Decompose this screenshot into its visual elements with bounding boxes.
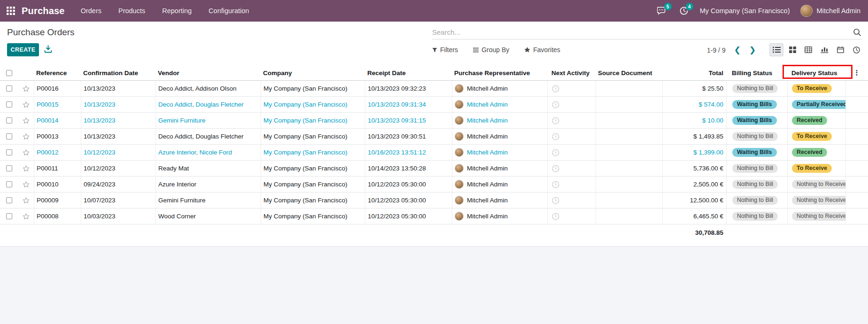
cell-vendor: Ready Mat: [155, 161, 261, 176]
menu-orders[interactable]: Orders: [81, 7, 101, 15]
cell-vendor: Gemini Furniture: [155, 193, 261, 208]
cell-company: My Company (San Francisco): [261, 97, 365, 112]
table-row[interactable]: P00008 10/03/2023 Wood Corner My Company…: [0, 208, 868, 224]
row-checkbox[interactable]: [6, 133, 12, 139]
next-activity-clock-icon[interactable]: [552, 133, 559, 140]
favorite-star-icon[interactable]: [23, 101, 30, 108]
table-row[interactable]: P00012 10/12/2023 Azure Interior, Nicole…: [0, 145, 868, 161]
favorite-star-icon[interactable]: [23, 213, 30, 220]
next-activity-clock-icon[interactable]: [552, 85, 559, 93]
cell-vendor: Deco Addict, Douglas Fletcher: [155, 129, 261, 144]
export-button[interactable]: [44, 45, 52, 53]
favorite-star-icon[interactable]: [23, 197, 30, 204]
header-total[interactable]: Total: [662, 65, 726, 80]
table-row[interactable]: P00015 10/13/2023 Deco Addict, Douglas F…: [0, 97, 868, 113]
user-avatar: [800, 5, 813, 17]
header-confirmation-date[interactable]: Confirmation Date: [81, 65, 155, 80]
select-all-checkbox[interactable]: [6, 70, 12, 76]
cell-total: $ 574.00: [662, 97, 726, 112]
billing-status-badge: Nothing to Bill: [732, 164, 778, 173]
delivery-status-badge: To Receive: [792, 132, 832, 141]
cell-company: My Company (San Francisco): [261, 177, 365, 192]
view-calendar-button[interactable]: [833, 43, 847, 56]
delivery-status-badge: To Receive: [792, 164, 832, 173]
header-source-document[interactable]: Source Document: [596, 65, 662, 80]
row-checkbox[interactable]: [6, 149, 12, 155]
table-body: P00016 10/13/2023 Deco Addict, Addison O…: [0, 81, 868, 224]
header-vendor[interactable]: Vendor: [155, 65, 261, 80]
table-row[interactable]: P00011 10/12/2023 Ready Mat My Company (…: [0, 161, 868, 177]
next-activity-clock-icon[interactable]: [552, 149, 559, 156]
cell-source-document: [596, 161, 662, 176]
header-company[interactable]: Company: [261, 65, 365, 80]
user-menu[interactable]: Mitchell Admin: [800, 5, 860, 17]
cell-reference: P00015: [34, 97, 81, 112]
pager-next-icon[interactable]: ❯: [749, 46, 756, 54]
cell-source-document: [596, 193, 662, 208]
menu-reporting[interactable]: Reporting: [162, 7, 192, 15]
next-activity-clock-icon[interactable]: [552, 165, 559, 172]
view-pivot-button[interactable]: [801, 43, 815, 56]
top-menu: Orders Products Reporting Configuration: [81, 7, 249, 15]
table-row[interactable]: P00013 10/13/2023 Deco Addict, Douglas F…: [0, 129, 868, 145]
header-next-activity[interactable]: Next Activity: [547, 65, 596, 80]
row-checkbox[interactable]: [6, 165, 12, 171]
row-checkbox[interactable]: [6, 197, 12, 203]
group-by-icon: [473, 47, 479, 53]
cell-reference: P00010: [34, 177, 81, 192]
row-checkbox[interactable]: [6, 213, 12, 219]
next-activity-clock-icon[interactable]: [552, 213, 559, 220]
row-checkbox[interactable]: [6, 117, 12, 123]
favorites-button[interactable]: Favorites: [524, 46, 560, 54]
app-name[interactable]: Purchase: [22, 6, 65, 16]
company-switcher[interactable]: My Company (San Francisco): [700, 7, 790, 15]
list-view-icon: [773, 46, 781, 53]
header-reference[interactable]: Reference: [34, 65, 81, 80]
next-activity-clock-icon[interactable]: [552, 197, 559, 204]
cell-receipt-date: 10/13/2023 09:31:15: [365, 113, 452, 128]
cell-confirmation-date: 10/03/2023: [81, 208, 155, 224]
next-activity-clock-icon[interactable]: [552, 117, 559, 124]
next-activity-clock-icon[interactable]: [552, 181, 559, 188]
filters-button[interactable]: Filters: [432, 46, 458, 54]
view-kanban-button[interactable]: [785, 43, 799, 56]
favorite-star-icon[interactable]: [23, 149, 30, 156]
view-list-button[interactable]: [769, 43, 783, 56]
activities-button[interactable]: 4: [678, 5, 690, 16]
apps-grid-icon[interactable]: [0, 0, 22, 22]
activity-view-icon: [853, 46, 860, 54]
optional-columns-toggle-icon[interactable]: ⋮: [853, 71, 860, 75]
header-delivery-status[interactable]: Delivery Status: [787, 65, 845, 80]
cell-reference: P00011: [34, 161, 81, 176]
favorite-star-icon[interactable]: [23, 165, 30, 172]
next-activity-clock-icon[interactable]: [552, 101, 559, 108]
table-row[interactable]: P00016 10/13/2023 Deco Addict, Addison O…: [0, 81, 868, 97]
rep-name: Mitchell Admin: [467, 101, 508, 108]
cell-confirmation-date: 10/13/2023: [81, 97, 155, 112]
menu-products[interactable]: Products: [118, 7, 145, 15]
pager-previous-icon[interactable]: ❮: [734, 46, 741, 54]
table-row[interactable]: P00010 09/24/2023 Azure Interior My Comp…: [0, 177, 868, 193]
favorite-star-icon[interactable]: [23, 117, 30, 124]
row-checkbox[interactable]: [6, 181, 12, 187]
search-submit-button[interactable]: [852, 28, 862, 37]
table-row[interactable]: P00014 10/13/2023 Gemini Furniture My Co…: [0, 113, 868, 129]
group-by-button[interactable]: Group By: [473, 46, 509, 54]
header-receipt-date[interactable]: Receipt Date: [365, 65, 452, 80]
cell-reference: P00013: [34, 129, 81, 144]
table-row[interactable]: P00009 10/07/2023 Gemini Furniture My Co…: [0, 193, 868, 208]
create-button[interactable]: CREATE: [7, 43, 39, 56]
search-input[interactable]: [432, 28, 852, 36]
messages-button[interactable]: 5: [657, 5, 668, 16]
header-billing-status[interactable]: Billing Status: [726, 65, 787, 80]
header-purchase-representative[interactable]: Purchase Representative: [452, 65, 547, 80]
view-activity-button[interactable]: [849, 43, 863, 56]
menu-configuration[interactable]: Configuration: [209, 7, 249, 15]
row-checkbox[interactable]: [6, 85, 12, 92]
favorite-star-icon[interactable]: [23, 133, 30, 140]
favorite-star-icon[interactable]: [23, 181, 30, 188]
view-graph-button[interactable]: [817, 43, 831, 56]
row-checkbox[interactable]: [6, 101, 12, 108]
pager-range: 1-9 / 9: [707, 46, 726, 54]
favorite-star-icon[interactable]: [23, 85, 30, 92]
